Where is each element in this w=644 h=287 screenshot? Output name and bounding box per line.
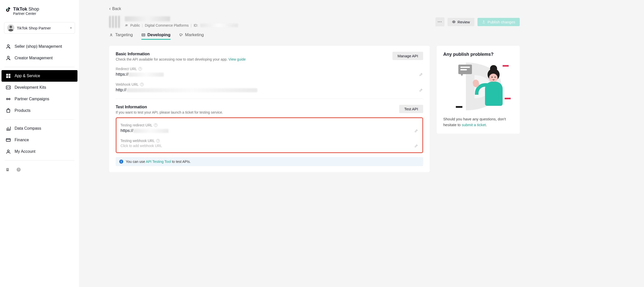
submit-ticket-link[interactable]: submit a ticket xyxy=(462,123,486,127)
sidebar-item-label: Development Kits xyxy=(15,85,46,90)
field-label: Redirect URL xyxy=(116,67,137,71)
banner-text: You can use API Testing Tool to test API… xyxy=(126,160,191,164)
sidebar-item-seller-management[interactable]: Seller (shop) Management xyxy=(0,41,79,52)
divider xyxy=(116,99,423,99)
svg-point-11 xyxy=(7,150,9,152)
sidebar-item-dev-kits[interactable]: Development Kits xyxy=(0,82,79,93)
logo-text: TikTok Shop xyxy=(13,7,39,12)
chart-icon xyxy=(6,126,11,131)
highlighted-test-section: Testing redirect URL ? https:// Testing … xyxy=(116,117,423,153)
sidebar-item-label: Products xyxy=(15,108,30,113)
app-meta: Public | Digital Commerce Platforms | ID… xyxy=(125,23,238,27)
svg-rect-4 xyxy=(9,74,10,76)
tiktok-logo-icon xyxy=(6,6,12,12)
back-button[interactable]: ‹ Back xyxy=(109,6,121,11)
code-box-icon xyxy=(141,33,145,37)
sidebar-item-label: Creator Management xyxy=(15,56,53,60)
target-icon xyxy=(109,33,113,37)
support-title: Any publish problems? xyxy=(443,52,513,57)
svg-point-18 xyxy=(111,34,112,35)
sidebar-item-app-service[interactable]: App & Service xyxy=(2,70,77,82)
sidebar: TikTok Shop Partner Center TikTok Shop P… xyxy=(0,0,79,287)
tab-label: Developing xyxy=(147,32,171,37)
manage-api-button[interactable]: Manage API xyxy=(392,52,423,60)
edit-icon[interactable] xyxy=(414,144,418,148)
svg-rect-10 xyxy=(6,139,11,141)
main-content: ‹ Back Public | Digital Commerce Platfor… xyxy=(79,0,532,287)
publish-label: Publish changes xyxy=(488,20,515,24)
section-title: Test Information xyxy=(116,105,223,109)
help-icon[interactable]: ? xyxy=(156,139,160,142)
edit-icon[interactable] xyxy=(414,129,418,133)
tab-targeting[interactable]: Targeting xyxy=(109,32,133,40)
edit-icon[interactable] xyxy=(419,88,423,92)
tab-developing[interactable]: Developing xyxy=(141,32,171,40)
visibility-label: Public xyxy=(130,23,140,27)
category-label: Digital Commerce Platforms xyxy=(145,23,189,27)
svg-point-16 xyxy=(127,25,128,25)
logo-subtitle: Partner Center xyxy=(13,12,74,16)
divider xyxy=(5,160,74,161)
docs-icon[interactable] xyxy=(6,168,10,172)
svg-point-17 xyxy=(453,21,454,22)
chevron-left-icon: ‹ xyxy=(109,6,111,11)
partner-name: TikTok Shop Partner xyxy=(17,26,68,30)
people-icon xyxy=(125,24,128,27)
sidebar-item-finance[interactable]: Finance xyxy=(0,134,79,146)
help-icon[interactable]: ? xyxy=(140,83,144,86)
svg-point-9 xyxy=(9,98,10,100)
view-guide-link[interactable]: View guide xyxy=(228,57,246,61)
app-title xyxy=(125,16,170,21)
edit-icon[interactable] xyxy=(419,72,423,76)
sidebar-item-data-compass[interactable]: Data Compass xyxy=(0,123,79,134)
field-label: Testing redirect URL xyxy=(120,123,152,127)
chevron-down-icon: ▾ xyxy=(70,26,72,30)
app-header: Public | Digital Commerce Platforms | ID… xyxy=(109,16,520,28)
test-api-button[interactable]: Test API xyxy=(399,105,423,113)
divider xyxy=(5,119,74,120)
bag-icon xyxy=(6,108,11,113)
sidebar-item-my-account[interactable]: My Account xyxy=(0,146,79,157)
support-text: Should you have any questions, don't hes… xyxy=(443,116,513,128)
svg-rect-3 xyxy=(6,74,8,76)
testing-webhook-placeholder[interactable]: Click to add webhook URL xyxy=(120,144,162,148)
webhook-url-field: Webhook URL ? http:// xyxy=(116,82,423,92)
info-icon: i xyxy=(119,160,123,164)
svg-rect-13 xyxy=(7,169,8,169)
card-icon xyxy=(6,137,11,143)
help-icon[interactable]: ? xyxy=(154,123,157,127)
api-testing-banner: i You can use API Testing Tool to test A… xyxy=(116,157,423,166)
divider xyxy=(5,67,74,67)
publish-button[interactable]: Publish changes xyxy=(477,18,520,26)
app-icon xyxy=(109,16,121,28)
review-button[interactable]: Review xyxy=(448,18,474,26)
tab-label: Targeting xyxy=(115,32,133,37)
api-testing-tool-link[interactable]: API Testing Tool xyxy=(146,160,171,164)
redirect-url-field: Redirect URL ? https:// xyxy=(116,67,423,77)
sidebar-item-campaigns[interactable]: Partner Campaigns xyxy=(0,93,79,105)
sidebar-nav: Seller (shop) Management Creator Managem… xyxy=(0,41,79,161)
partner-selector[interactable]: TikTok Shop Partner ▾ xyxy=(4,22,75,34)
sidebar-item-creator-management[interactable]: Creator Management xyxy=(0,52,79,64)
avatar xyxy=(7,24,14,31)
tab-marketing[interactable]: Marketing xyxy=(179,32,204,40)
sidebar-item-label: My Account xyxy=(15,149,35,154)
svg-point-0 xyxy=(7,45,9,46)
support-card: Any publish problems? Should you have an… xyxy=(437,46,520,134)
svg-rect-5 xyxy=(6,76,8,78)
testing-redirect-value: https:// xyxy=(120,128,169,133)
sidebar-item-label: Finance xyxy=(15,138,29,142)
sidebar-item-products[interactable]: Products xyxy=(0,105,79,116)
upload-icon xyxy=(482,20,486,24)
sidebar-item-label: Data Compass xyxy=(15,126,41,131)
more-menu-button[interactable]: ··· xyxy=(435,17,445,26)
dots-icon: ··· xyxy=(438,20,442,24)
sidebar-footer: ? xyxy=(0,168,79,172)
sidebar-item-label: App & Service xyxy=(15,74,40,78)
help-icon[interactable]: ? xyxy=(138,67,142,71)
person-icon xyxy=(6,44,11,49)
tab-label: Marketing xyxy=(185,32,204,37)
section-subtitle: If you want to test your API, please lau… xyxy=(116,110,223,114)
help-icon[interactable]: ? xyxy=(17,168,21,172)
sidebar-item-label: Seller (shop) Management xyxy=(15,44,62,49)
